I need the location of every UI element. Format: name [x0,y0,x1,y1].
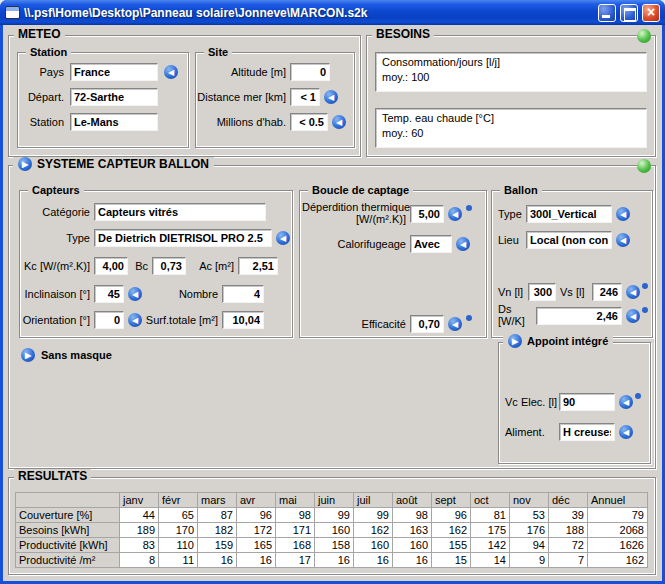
habitants-input[interactable] [290,113,328,131]
deperdition-picker-button[interactable] [448,207,462,221]
ds-input[interactable] [536,307,622,325]
col-header: juil [354,493,393,508]
cell: 7 [549,553,588,568]
sans-masque-label: Sans masque [41,349,112,361]
cell: 98 [393,508,432,523]
boucle-group: Boucle de captage Déperdition thermique … [299,190,487,338]
col-header: août [393,493,432,508]
habitants-picker-button[interactable] [332,115,346,129]
cell: 16 [315,553,354,568]
ballon-type-picker-button[interactable] [616,207,630,221]
cell: 189 [120,523,159,538]
cell: 87 [198,508,237,523]
appoint-expand-icon[interactable] [508,334,522,348]
col-header: déc [549,493,588,508]
distance-mer-picker-button[interactable] [324,90,338,104]
table-header-row: janv févr mars avr mai juin juil août se… [16,493,648,508]
aliment-picker-button[interactable] [619,425,633,439]
row-label: Productivité [kWh] [16,538,120,553]
station-input[interactable] [70,113,158,131]
calorifugeage-input[interactable] [410,235,452,253]
meteo-group-title: METEO [14,27,65,41]
lieu-input[interactable] [526,231,612,249]
capteur-type-picker-button[interactable] [276,231,290,245]
systeme-expand-icon[interactable] [18,157,32,171]
calorifugeage-picker-button[interactable] [456,237,470,251]
sans-masque-expand-icon[interactable] [21,348,35,362]
col-header: nov [510,493,549,508]
maximize-button[interactable] [620,4,638,22]
orientation-label: Orientation [°] [20,311,90,329]
ds-picker-button[interactable] [626,309,640,323]
station-group-title: Station [26,45,71,59]
col-header: Annuel [588,493,648,508]
ballon-type-input[interactable] [526,205,612,223]
besoins-section-icon[interactable] [637,29,651,43]
consommation-panel[interactable]: Consommation/jours [l/j] moy.: 100 [375,52,647,92]
vs-picker-button[interactable] [626,285,640,299]
boucle-group-title: Boucle de captage [308,183,413,197]
appoint-group-title: Appoint intégré [527,335,608,347]
consommation-value: moy.: 100 [382,70,640,85]
pays-label: Pays [20,63,64,81]
cell: 16 [393,553,432,568]
capteur-type-input[interactable] [94,229,272,247]
kc-input[interactable] [94,257,128,275]
ballon-type-label: Type [498,205,526,223]
cell: 14 [471,553,510,568]
deperdition-input[interactable] [410,205,444,223]
inclinaison-picker-button[interactable] [128,287,142,301]
categorie-input[interactable] [94,203,266,221]
habitants-label: Millions d'hab. [196,113,286,131]
vs-dot-icon [642,283,648,289]
ac-input[interactable] [238,257,278,275]
depart-input[interactable] [70,88,158,106]
vs-input[interactable] [592,283,622,301]
surface-input[interactable] [222,311,264,329]
lieu-picker-button[interactable] [616,233,630,247]
title-bar[interactable]: \\.psf\Home\Desktop\Panneau solaire\Jonn… [0,0,665,25]
vn-input[interactable] [528,283,556,301]
table-row: Productivité /m² 8 11 16 16 17 16 16 16 … [16,553,648,568]
inclinaison-input[interactable] [94,285,124,303]
cell: 160 [393,538,432,553]
systeme-section-icon[interactable] [637,159,651,173]
col-header: juin [315,493,354,508]
cell: 81 [471,508,510,523]
altitude-input[interactable] [290,63,330,81]
cell: 162 [588,553,648,568]
orientation-input[interactable] [94,311,124,329]
ballon-group: Ballon Type Lieu Vn [l] Vs [l] Ds [W/K] [491,190,653,338]
temperature-panel[interactable]: Temp. eau chaude [°C] moy.: 60 [375,108,647,148]
cell: 110 [159,538,198,553]
pays-input[interactable] [70,63,158,81]
cell: 162 [354,523,393,538]
bc-input[interactable] [152,257,186,275]
pays-picker-button[interactable] [164,65,178,79]
efficacite-picker-button[interactable] [448,317,462,331]
station-group: Station Pays Départ. Station [17,52,189,148]
col-header: oct [471,493,510,508]
cell: 176 [510,523,549,538]
distance-mer-input[interactable] [290,88,320,106]
vc-elec-input[interactable] [559,393,615,411]
table-row: Couverture [%] 44 65 87 96 98 99 99 98 9… [16,508,648,523]
vc-elec-picker-button[interactable] [619,395,633,409]
close-button[interactable] [642,4,660,22]
efficacite-input[interactable] [410,315,444,333]
aliment-label: Aliment. [505,423,555,441]
aliment-input[interactable] [559,423,615,441]
surface-label: Surf.totale [m²] [136,311,218,329]
cell: 160 [354,538,393,553]
minimize-button[interactable] [598,4,616,22]
cell: 2068 [588,523,648,538]
cell: 168 [276,538,315,553]
resultats-table: janv févr mars avr mai juin juil août se… [15,492,648,568]
vc-elec-label: Vc Elec. [l] [505,393,559,411]
cell: 1626 [588,538,648,553]
cell: 53 [510,508,549,523]
nombre-input[interactable] [222,285,264,303]
altitude-label: Altitude [m] [196,63,286,81]
temperature-value: moy.: 60 [382,126,640,141]
resultats-group: RESULTATS janv févr mars avr mai juin ju… [8,477,656,575]
